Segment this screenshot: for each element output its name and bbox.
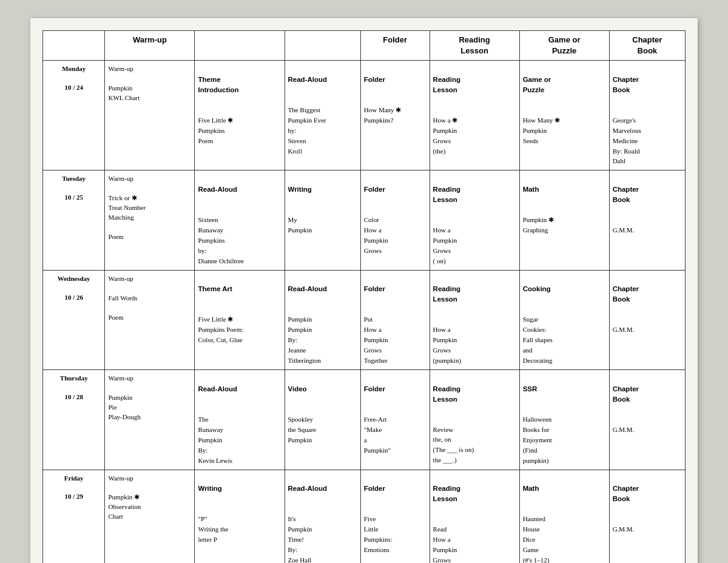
chapterbook-monday: ChapterBook George'sMarvelousMedicineBy:… [609, 61, 685, 170]
reading-friday: ReadingLesson ReadHow aPumpkinGrowssolo [430, 470, 519, 563]
header-warmup: Warm-up [105, 31, 195, 61]
game-monday: Game orPuzzle How Many ✱PumpkinSeeds [519, 61, 609, 170]
cooking-wednesday: Cooking SugarCookies:Fall shapesandDecor… [519, 270, 609, 369]
warmup-friday: Warm-upPumpkin ✱ObservationChart [105, 470, 195, 563]
folder-thursday: Folder Free-Art"MakeaPumpkin" [360, 370, 430, 470]
header-readaloud [285, 31, 360, 61]
weekly-schedule-table: Warm-up Folder ReadingLesson Game orPuzz… [42, 30, 686, 563]
math-friday: Math HauntedHouseDiceGame(#'s 1–12) [519, 470, 609, 563]
theme-monday: ThemeIntroduction Five Little ✱PumpkinsP… [195, 61, 285, 170]
header-folder: Folder [360, 31, 430, 61]
warmup-thursday: Warm-upPumpkinPiePlay-Dough [105, 370, 195, 470]
page-wrapper: Warm-up Folder ReadingLesson Game orPuzz… [30, 18, 698, 563]
folder-tuesday: Folder ColorHow aPumpkinGrows [360, 170, 430, 270]
day-wednesday: Wednesday10 / 26 [43, 270, 105, 369]
folder-monday: Folder How Many ✱Pumpkins? [360, 61, 430, 170]
table-row: Thursday10 / 28 Warm-upPumpkinPiePlay-Do… [43, 370, 686, 470]
themeart-wednesday: Theme Art Five Little ✱Pumpkins Poem:Col… [195, 270, 285, 369]
table-row: Monday10 / 24 Warm-upPumpkinKWL Chart Th… [43, 61, 686, 170]
table-row: Wednesday10 / 26 Warm-upFall WordsPoem T… [43, 270, 686, 369]
readaloud-thursday: Read-Aloud TheRunawayPumpkinBy:Kevin Lew… [195, 370, 285, 470]
writing-friday: Writing "P"Writing theletter P [195, 470, 285, 563]
writing-tuesday: Writing MyPumpkin [285, 170, 360, 270]
reading-monday: ReadingLesson How a ✱PumpkinGrows(the) [430, 61, 519, 170]
reading-thursday: ReadingLesson Reviewthe, on(The ___ is o… [430, 370, 519, 470]
folder-friday: Folder FiveLittlePumpkins:Emotions [360, 470, 430, 563]
table-row: Tuesday10 / 25 Warm-upTrick or ✱Treat Nu… [43, 170, 686, 270]
warmup-tuesday: Warm-upTrick or ✱Treat NumberMatchingPoe… [105, 170, 195, 270]
warmup-monday: Warm-upPumpkinKWL Chart [105, 61, 195, 170]
readaloud2-tuesday: Read-Aloud SixteenRunawayPumpkinsby:Dian… [195, 170, 285, 270]
day-monday: Monday10 / 24 [43, 61, 105, 170]
header-game: Game orPuzzle [519, 31, 609, 61]
video-thursday: Video Spookleythe SquarePumpkin [285, 370, 360, 470]
readaloud-wednesday: Read-Aloud PumpkinPumpkinBy:JeanneTither… [285, 270, 360, 369]
reading-tuesday: ReadingLesson How aPumpkinGrows( on) [430, 170, 519, 270]
folder-wednesday: Folder PutHow aPumpkinGrowsTogether [360, 270, 430, 369]
math-tuesday: Math Pumpkin ✱Graphing [519, 170, 609, 270]
chapterbook-friday: ChapterBook G.M.M. [609, 470, 685, 563]
day-tuesday: Tuesday10 / 25 [43, 170, 105, 270]
reading-wednesday: ReadingLesson How aPumpkinGrows(pumpkin) [430, 270, 519, 369]
day-friday: Friday10 / 29 [43, 470, 105, 563]
day-thursday: Thursday10 / 28 [43, 370, 105, 470]
warmup-wednesday: Warm-upFall WordsPoem [105, 270, 195, 369]
table-row: Friday10 / 29 Warm-upPumpkin ✱Observatio… [43, 470, 686, 563]
header-reading: ReadingLesson [430, 31, 519, 61]
chapterbook-thursday: ChapterBook G.M.M. [609, 370, 685, 470]
ssr-thursday: SSR HalloweenBooks forEnjoyment(Findpump… [519, 370, 609, 470]
header-day [43, 31, 105, 61]
header-chapterbook: ChapterBook [609, 31, 685, 61]
readaloud-friday: Read-Aloud It'sPumpkinTime!By:Zoe Hall [285, 470, 360, 563]
header-theme [195, 31, 285, 61]
chapterbook-tuesday: ChapterBook G.M.M. [609, 170, 685, 270]
chapterbook-wednesday: ChapterBook G.M.M. [609, 270, 685, 369]
readaloud-monday: Read-Aloud The BiggestPumpkin Everby:Ste… [285, 61, 360, 170]
